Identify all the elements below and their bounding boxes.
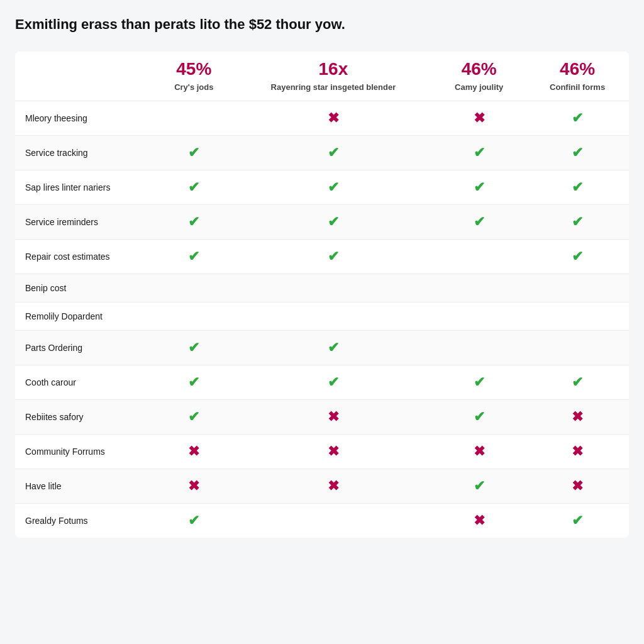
cell-8-2: ✔ — [235, 365, 433, 399]
check-icon: ✔ — [474, 478, 485, 494]
cell-10-2: ✖ — [235, 434, 433, 469]
column-header-2: 16xRayenring star insgeted blender — [235, 52, 433, 101]
feature-label-9: Rebiites safory — [15, 399, 153, 434]
table-row: Mleory theesing ✖✖✔ — [15, 101, 629, 135]
cell-4-1: ✔ — [153, 239, 235, 274]
feature-label-6: Remolily Dopardent — [15, 302, 153, 330]
empty-cell — [332, 516, 335, 526]
check-icon: ✔ — [328, 340, 339, 355]
empty-cell — [478, 252, 480, 262]
table-row: Rebiites safory✔✖✔✖ — [15, 399, 629, 434]
check-icon: ✔ — [474, 374, 485, 390]
cell-0-2: ✖ — [235, 101, 433, 135]
check-icon: ✔ — [328, 145, 339, 160]
check-icon: ✔ — [572, 374, 583, 390]
empty-cell — [576, 343, 579, 353]
check-icon: ✔ — [328, 214, 339, 230]
cell-5-2 — [235, 274, 433, 302]
check-icon: ✔ — [572, 110, 583, 126]
cell-4-2: ✔ — [235, 239, 433, 274]
cell-8-1: ✔ — [153, 365, 235, 399]
feature-label-2: Sap lires linter nariers — [15, 170, 153, 204]
check-icon: ✔ — [188, 409, 199, 425]
table-row: Cooth carour✔✔✔✔ — [15, 365, 629, 399]
check-icon: ✔ — [188, 513, 199, 528]
empty-cell — [576, 283, 579, 293]
cross-icon: ✖ — [188, 478, 199, 494]
check-icon: ✔ — [572, 179, 583, 195]
cross-icon: ✖ — [572, 443, 583, 459]
cell-2-1: ✔ — [153, 170, 235, 204]
empty-cell — [192, 311, 195, 321]
cell-6-4 — [526, 302, 629, 330]
cell-6-1 — [153, 302, 235, 330]
feature-label-1: Service tracking — [15, 135, 153, 170]
cell-3-1: ✔ — [153, 204, 235, 239]
cross-icon: ✖ — [328, 409, 339, 425]
empty-cell — [192, 283, 195, 293]
cell-8-4: ✔ — [526, 365, 629, 399]
col-stat-1: 45% — [164, 59, 225, 79]
check-icon: ✔ — [188, 340, 199, 355]
cross-icon: ✖ — [474, 443, 485, 459]
cross-icon: ✖ — [188, 443, 199, 459]
check-icon: ✔ — [188, 145, 199, 160]
col-stat-3: 46% — [442, 59, 516, 79]
table-row: Have litle✖✖✔✖ — [15, 469, 629, 503]
cell-1-4: ✔ — [526, 135, 629, 170]
cross-icon: ✖ — [572, 478, 583, 494]
cross-icon: ✖ — [474, 110, 485, 126]
table-row: Service tracking✔✔✔✔ — [15, 135, 629, 170]
cell-10-3: ✖ — [432, 434, 526, 469]
check-icon: ✔ — [188, 374, 199, 390]
check-icon: ✔ — [188, 179, 199, 195]
table-row: Service ireminders✔✔✔✔ — [15, 204, 629, 239]
cell-7-2: ✔ — [235, 330, 433, 365]
col-label-3: Camy joulity — [442, 82, 516, 93]
feature-label-0: Mleory theesing — [15, 101, 153, 135]
cell-5-4 — [526, 274, 629, 302]
cell-6-2 — [235, 302, 433, 330]
cell-2-2: ✔ — [235, 170, 433, 204]
column-header-0 — [15, 52, 153, 101]
empty-cell — [478, 343, 480, 353]
check-icon: ✔ — [328, 248, 339, 264]
cell-11-1: ✖ — [153, 469, 235, 503]
cell-5-3 — [432, 274, 526, 302]
col-label-4: Confinil forms — [536, 82, 619, 93]
cell-9-2: ✖ — [235, 399, 433, 434]
cell-12-1: ✔ — [153, 503, 235, 538]
check-icon: ✔ — [188, 248, 199, 264]
feature-label-10: Community Forrums — [15, 434, 153, 469]
cell-11-4: ✖ — [526, 469, 629, 503]
cell-3-3: ✔ — [432, 204, 526, 239]
cell-11-2: ✖ — [235, 469, 433, 503]
cell-3-2: ✔ — [235, 204, 433, 239]
check-icon: ✔ — [328, 179, 339, 195]
cross-icon: ✖ — [328, 443, 339, 459]
column-header-4: 46%Confinil forms — [526, 52, 629, 101]
col-label-1: Cry's jods — [164, 82, 225, 93]
cell-9-4: ✖ — [526, 399, 629, 434]
cell-9-3: ✔ — [432, 399, 526, 434]
cell-10-1: ✖ — [153, 434, 235, 469]
cell-12-4: ✔ — [526, 503, 629, 538]
cell-0-3: ✖ — [432, 101, 526, 135]
table-row: Repair cost estimates✔✔ ✔ — [15, 239, 629, 274]
table-row: Community Forrums✖✖✖✖ — [15, 434, 629, 469]
cell-7-3 — [432, 330, 526, 365]
feature-label-8: Cooth carour — [15, 365, 153, 399]
cell-7-4 — [526, 330, 629, 365]
cross-icon: ✖ — [328, 478, 339, 494]
feature-label-5: Benip cost — [15, 274, 153, 302]
table-row: Sap lires linter nariers✔✔✔✔ — [15, 170, 629, 204]
cross-icon: ✖ — [328, 110, 339, 126]
empty-cell — [332, 283, 335, 293]
cell-11-3: ✔ — [432, 469, 526, 503]
cell-1-3: ✔ — [432, 135, 526, 170]
check-icon: ✔ — [474, 145, 485, 160]
check-icon: ✔ — [572, 248, 583, 264]
col-stat-4: 46% — [536, 59, 619, 79]
check-icon: ✔ — [572, 513, 583, 528]
cell-1-2: ✔ — [235, 135, 433, 170]
